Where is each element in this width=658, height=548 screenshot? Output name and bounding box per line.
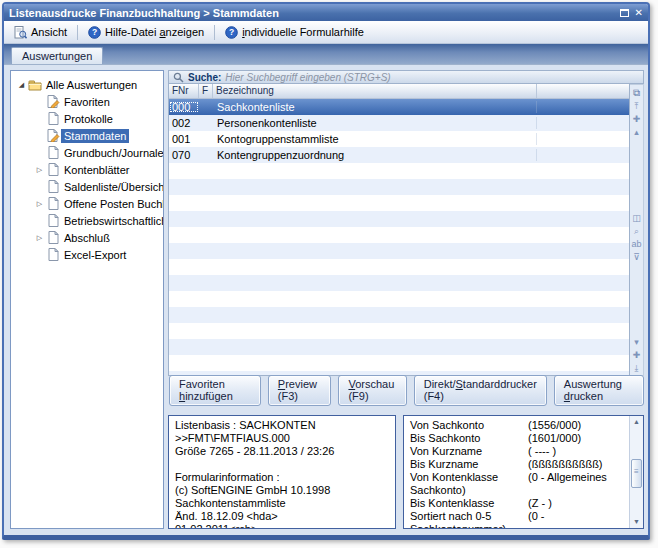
table-row-empty [169,307,629,323]
page-icon [45,146,61,159]
table-row-sachkontenliste[interactable]: 000Sachkontenliste [169,99,629,115]
table-row-kontengruppenzuordnung[interactable]: 070Kontengruppenzuordnung [169,147,629,163]
navigation-tree: ◢Alle AuswertungenFavoritenProtokolleSta… [10,70,164,529]
tree-item-betriebswirtschaftliche-auswertungen[interactable]: Betriebswirtschaftliche Auswertungen [12,212,162,229]
info-label: Von Sachkonto [410,419,528,432]
tree-item-label: Excel-Export [61,248,129,262]
info-row-von-sachkonto: Von Sachkonto(1556/000) [410,419,627,432]
filter-icon[interactable]: ⊽ [633,251,640,264]
tab-auswertungen[interactable]: Auswertungen [11,47,103,64]
info-row-von-kurzname: Von Kurzname( ---- ) [410,445,627,458]
tree-item-kontenbl-tter[interactable]: ▷Kontenblätter [12,161,162,178]
info-label: Bis Kurzname [410,458,528,471]
page-icon [45,248,61,261]
toolbar-button-label: Hilfe-Datei anzeigen [105,26,204,38]
scroll-thumb[interactable] [631,459,642,488]
tree-item-label: Betriebswirtschaftliche Auswertungen [61,214,164,228]
expander-collapsed-icon[interactable]: ▷ [34,200,45,208]
svg-text:?: ? [229,27,234,37]
page-icon [45,180,61,193]
toolbar-button-hilfe-datei-anzeigen[interactable]: ?Hilfe-Datei anzeigen [82,24,210,41]
table-row-empty [169,195,629,211]
app-window: Listenausdrucke Finanzbuchhaltung > Stam… [2,2,650,540]
scroll-bottom-icon[interactable]: ⤓ [635,362,639,375]
scroll-down-icon[interactable]: ▾ [634,336,639,349]
info-row-bis-kurzname: Bis Kurzname(ßßßßßßßßßß) [410,458,627,471]
action-button-preview-f3[interactable]: Preview (F3) [268,375,332,406]
cell-fnr: 070 [169,149,199,161]
info-line: Änd. 18.12.09 <hda> [175,510,389,523]
search-bar[interactable]: Suche: Hier Suchbegriff eingeben (STRG+S… [168,70,644,84]
tree-item-protokolle[interactable]: Protokolle [12,110,162,127]
info-row-bis-kontenklasse: Bis Kontenklasse(Z - ) [410,497,627,510]
page-icon [45,231,61,244]
info-row-bis-sachkonto: Bis Sachkonto(1601/000) [410,432,627,445]
toolbar-button-individuelle-formularhilfe[interactable]: ?individuelle Formularhilfe [219,24,370,41]
info-row-von-kontenklasse: Von Kontenklasse(0 - Allgemeines Sachkon… [410,471,627,497]
list-info-panel: Listenbasis : SACHKONTEN>>FMT\FMTFIAUS.0… [168,415,396,529]
info-scrollbar[interactable]: ▲ ▼ [629,416,643,528]
action-button-favoriten-hinzuf-gen[interactable]: Favoriten hinzufügen [169,375,261,406]
column-header-empty[interactable] [537,84,629,98]
grid-wrap: FNr F Bezeichnung 000Sachkontenliste002P… [168,84,644,376]
table-row-personenkontenliste[interactable]: 002Personenkontenliste [169,115,629,131]
search-rail-icon[interactable]: ⌕ [634,225,639,238]
column-header-fnr[interactable]: FNr [169,84,199,98]
card-view-icon[interactable]: ◫ [632,212,641,225]
info-value: (ßßßßßßßßßß) [528,458,603,470]
close-button[interactable]: ✕ [635,8,643,18]
action-button-vorschau-f9[interactable]: Vorschau (F9) [338,375,406,406]
expander-collapsed-icon[interactable]: ▷ [34,166,45,174]
table-row-empty [169,259,629,275]
cell-bezeichnung: Kontengruppenzuordnung [213,149,537,161]
toolbar-button-ansicht[interactable]: Ansicht [8,24,73,41]
tree-item-grundbuch-journale[interactable]: Grundbuch/Journale [12,144,162,161]
table-row-empty [169,355,629,371]
column-header-bezeichnung[interactable]: Bezeichnung [213,84,537,98]
scroll-up-icon[interactable]: ▴ [634,126,639,139]
info-label: Von Kurzname [410,445,528,458]
info-line: 01.02.2011<rch> [175,523,389,529]
tree-item-stammdaten[interactable]: Stammdaten [12,127,162,144]
info-line: (c) SoftENGINE GmbH 10.1998 [175,484,389,497]
table-row-empty [169,275,629,291]
column-header-f[interactable]: F [199,84,213,98]
row-up-icon[interactable]: ✚ [633,113,641,126]
scroll-top-icon[interactable]: ⤒ [635,100,639,113]
info-label: Bis Sachkonto [410,432,528,445]
field-list-icon[interactable]: ab [631,238,641,251]
search-placeholder: Hier Suchbegriff eingeben (STRG+S) [225,72,390,83]
expander-expanded-icon[interactable]: ◢ [16,81,27,89]
tree-item-saldenliste-bersicht[interactable]: Saldenliste/Übersicht [12,178,162,195]
tree-item-excel-export[interactable]: Excel-Export [12,246,162,263]
window-title: Listenausdrucke Finanzbuchhaltung > Stam… [9,7,620,19]
action-button-auswertung-drucken[interactable]: Auswertung drucken [554,375,644,406]
info-label: Von Kontenklasse [410,471,528,484]
row-down-icon[interactable]: ✚ [633,349,641,362]
svg-text:?: ? [92,27,97,37]
scroll-up-arrow-icon[interactable]: ▲ [633,416,640,428]
info-value: (1556/000) [528,419,581,431]
action-button-direkt-standarddrucker-f4[interactable]: Direkt/Standarddrucker (F4) [414,375,547,406]
info-label: Sortiert nach 0-5 [410,510,528,523]
cell-bezeichnung: Personenkontenliste [213,117,537,129]
tree-item-abschlu[interactable]: ▷Abschluß [12,229,162,246]
info-line: Listenbasis : SACHKONTEN [175,419,389,432]
tree-item-favoriten[interactable]: Favoriten [12,93,162,110]
cell-bezeichnung: Sachkontenliste [213,101,537,113]
scroll-down-arrow-icon[interactable]: ▼ [633,516,640,528]
search-icon [173,72,184,83]
info-row-sortiert-nach-0-5: Sortiert nach 0-5(0 - Sachkontonummer) [410,510,627,529]
table-row-empty [169,291,629,307]
expander-collapsed-icon[interactable]: ▷ [34,234,45,242]
tree-item-label: Saldenliste/Übersicht [61,180,164,194]
column-chooser-icon[interactable]: ⧉ [633,85,640,100]
tree-item-offene-posten-buchhaltung[interactable]: ▷Offene Posten Buchhaltung [12,195,162,212]
tree-item-alle-auswertungen[interactable]: ◢Alle Auswertungen [12,76,162,93]
table-row-empty [169,163,629,179]
table-row-empty [169,227,629,243]
restore-button[interactable] [620,7,629,19]
table-row-kontogruppenstammliste[interactable]: 001Kontogruppenstammliste [169,131,629,147]
title-bar: Listenausdrucke Finanzbuchhaltung > Stam… [4,4,648,21]
range-info-panel: Von Sachkonto(1556/000)Bis Sachkonto(160… [403,415,644,529]
